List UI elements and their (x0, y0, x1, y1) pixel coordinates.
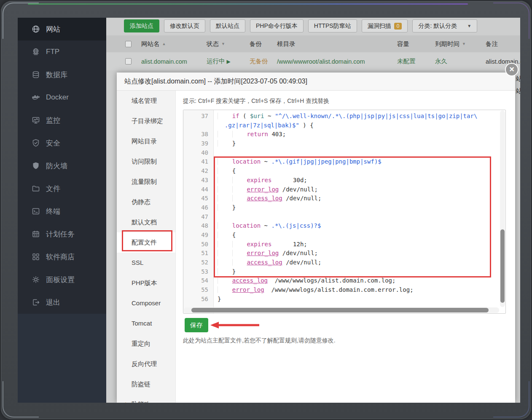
sidebar-item-label: 安全 (46, 138, 60, 148)
sidebar-item-label: Docker (46, 93, 69, 102)
code-text: } (214, 295, 221, 304)
code-text: { (214, 231, 236, 240)
line-number: 43 (183, 176, 214, 185)
code-text: } (214, 267, 236, 277)
sidebar-item-label: 数据库 (46, 70, 67, 80)
tab-label: 访问限制 (132, 158, 157, 165)
code-text: if ( $uri ~ "^/\.well-known/.*\.(php|jsp… (214, 112, 477, 121)
window-frame: 网站FTP数据库Docker监控安全防火墙文件终端计划任务软件商店面板设置退出 … (1, 1, 531, 419)
line-number: 51 (183, 249, 214, 258)
code-line: 43 expires 30d; (183, 176, 500, 185)
code-line: 42 { (183, 167, 500, 176)
code-text: expires 30d; (214, 176, 307, 185)
line-number: 47 (183, 213, 214, 222)
modal-tab-url-rewrite[interactable]: 伪静态 (117, 192, 175, 212)
sidebar-item-docker[interactable]: Docker (18, 86, 106, 109)
modal-tab-ssl[interactable]: SSL (117, 253, 175, 273)
save-button[interactable]: 保存 (185, 318, 208, 332)
modal-tab-tamper-proof[interactable]: 防篡改 (117, 394, 175, 403)
sidebar-item-security[interactable]: 安全 (18, 132, 106, 154)
sidebar-item-app-store[interactable]: 软件商店 (18, 245, 106, 268)
line-number: 53 (183, 267, 214, 277)
sidebar-item-label: 软件商店 (46, 252, 75, 262)
config-warning-text: 此处为站点主配置文件,若您不了解配置规则,请勿随意修改. (183, 337, 336, 345)
modal-tab-subdir-bind[interactable]: 子目录绑定 (117, 111, 175, 131)
modal-tab-anti-leech[interactable]: 防盗链 (117, 374, 175, 394)
code-line: 40 (183, 148, 500, 158)
code-line: 49 { (183, 231, 500, 240)
code-line: 39 } (183, 139, 500, 148)
line-number: 45 (183, 194, 214, 203)
close-icon[interactable]: × (505, 63, 519, 76)
line-number: 41 (183, 157, 214, 167)
code-line: 41 location ~ .*\.(gif|jpg|jpeg|png|bmp|… (183, 157, 500, 167)
modal-tab-reverse-proxy[interactable]: 反向代理 (117, 354, 175, 374)
line-number: 55 (183, 285, 214, 295)
vertical-scrollbar-thumb[interactable] (500, 229, 505, 303)
sidebar-item-label: 面板设置 (46, 275, 75, 285)
sidebar: 网站FTP数据库Docker监控安全防火墙文件终端计划任务软件商店面板设置退出 (18, 18, 106, 403)
sidebar-item-logout[interactable]: 退出 (18, 291, 106, 314)
sidebar-item-panel-settings[interactable]: 面板设置 (18, 268, 106, 291)
code-line: 55 error_log /www/wwwlogs/alist.domain.c… (183, 285, 500, 295)
tab-label: 域名管理 (132, 97, 157, 104)
modal-tab-redirect[interactable]: 重定向 (117, 334, 175, 354)
code-text: .gz|rar|7z|sql|bak)$" ) { (214, 121, 314, 130)
config-file-editor[interactable]: 37 if ( $uri ~ "^/\.well-known/.*\.(php|… (183, 110, 506, 314)
code-line: 44 error_log /dev/null; (183, 185, 500, 194)
tab-label: 重定向 (132, 340, 150, 347)
code-line: 50 expires 12h; (183, 240, 500, 249)
monitor-icon (32, 116, 40, 124)
modal-tab-site-directory[interactable]: 网站目录 (117, 131, 175, 151)
modal-tab-php-version[interactable]: PHP版本 (117, 273, 175, 293)
shield-check-icon (32, 139, 40, 147)
code-line: 56} (183, 295, 500, 304)
code-line: 52 access_log /dev/null; (183, 258, 500, 267)
sidebar-item-label: 文件 (46, 184, 60, 194)
code-text: error_log /dev/null; (214, 185, 318, 194)
sidebar-item-label: 终端 (46, 207, 60, 216)
line-number: 56 (183, 295, 214, 304)
tab-label: 防盗链 (132, 380, 150, 388)
tab-label: Tomcat (132, 320, 152, 327)
line-number: 54 (183, 276, 214, 285)
code-line: 46 } (183, 203, 500, 213)
code-line: 45 access_log /dev/null; (183, 194, 500, 203)
crown-icon (122, 395, 129, 402)
logout-icon (32, 298, 40, 307)
code-text: location ~ .*\.(js|css)?$ (214, 221, 321, 231)
modal-tab-list: 域名管理子目录绑定网站目录访问限制流量限制伪静态默认文档配置文件SSLPHP版本… (117, 91, 176, 403)
modal-tab-domain-manage[interactable]: 域名管理 (117, 91, 175, 111)
code-text: access_log /dev/null; (214, 194, 321, 203)
modal-tab-config-file[interactable]: 配置文件 (117, 232, 175, 253)
shield-solid-icon (32, 162, 40, 170)
horizontal-scrollbar-thumb[interactable] (191, 308, 489, 312)
tab-label: 伪静态 (132, 198, 150, 205)
sidebar-item-monitor[interactable]: 监控 (18, 109, 106, 132)
modal-tab-tomcat[interactable]: Tomcat (117, 313, 175, 334)
gear-icon (32, 275, 40, 284)
modal-tab-access-limit[interactable]: 访问限制 (117, 151, 175, 172)
code-text: } (214, 139, 236, 148)
modal-tab-traffic-limit[interactable]: 流量限制 (117, 172, 175, 192)
modal-tab-default-doc[interactable]: 默认文档 (117, 212, 175, 232)
code-text: access_log /dev/null; (214, 258, 321, 267)
code-text: expires 12h; (214, 240, 307, 249)
sidebar-item-terminal[interactable]: 终端 (18, 200, 106, 223)
sidebar-item-database[interactable]: 数据库 (18, 63, 106, 86)
sidebar-item-label: 监控 (46, 116, 60, 125)
sidebar-item-files[interactable]: 文件 (18, 177, 106, 200)
code-text (214, 148, 218, 158)
site-settings-modal: 站点修改[alist.domain.com] -- 添加时间[2023-07-0… (117, 73, 515, 403)
sidebar-item-ftp[interactable]: FTP (18, 40, 106, 63)
sidebar-item-firewall[interactable]: 防火墙 (18, 154, 106, 177)
modal-tab-composer[interactable]: Composer (117, 293, 175, 313)
globe-icon (32, 25, 40, 33)
sidebar-item-site[interactable]: 网站 (18, 18, 106, 40)
line-number: 38 (183, 130, 214, 139)
sidebar-item-cron[interactable]: 计划任务 (18, 223, 106, 245)
sidebar-item-label: 网站 (46, 24, 60, 34)
tab-label: 配置文件 (132, 239, 157, 246)
code-text: { (214, 167, 236, 176)
sidebar-menu: 网站FTP数据库Docker监控安全防火墙文件终端计划任务软件商店面板设置退出 (18, 18, 106, 314)
